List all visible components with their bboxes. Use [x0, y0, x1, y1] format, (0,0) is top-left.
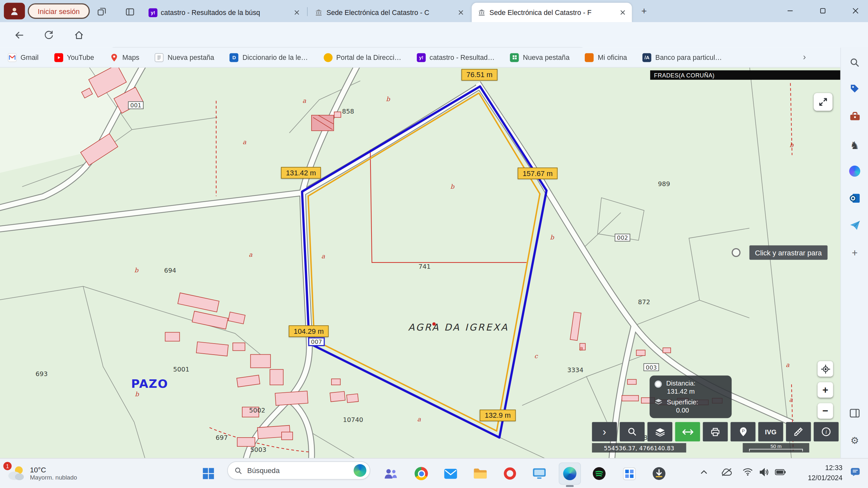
- start-button[interactable]: [197, 463, 219, 485]
- download-icon[interactable]: [648, 463, 670, 485]
- sidebar-panel-toggle-icon[interactable]: [848, 407, 862, 420]
- taskbar-search[interactable]: Búsqueda: [227, 461, 370, 480]
- measure-distance-button[interactable]: [675, 422, 700, 442]
- ivg-button[interactable]: IVG: [758, 422, 783, 442]
- parcel-number: 007: [308, 337, 325, 346]
- sidebar-settings-icon[interactable]: ⚙: [848, 434, 862, 447]
- sidebar-add-icon[interactable]: +: [848, 247, 862, 260]
- bookmark-diccionario[interactable]: D Diccionario de la le…: [230, 53, 308, 62]
- teams-icon[interactable]: [380, 463, 402, 485]
- battery-icon[interactable]: [774, 466, 786, 478]
- parcel-number: 694: [164, 266, 176, 274]
- expand-toolbar-button[interactable]: ›: [592, 422, 617, 442]
- tray-chevron-icon[interactable]: [698, 466, 710, 478]
- screenshare-icon[interactable]: [528, 463, 550, 485]
- sidebar-drop-icon[interactable]: [848, 219, 862, 232]
- spotify-icon[interactable]: [588, 463, 610, 485]
- clock-time: 12:33: [794, 463, 843, 473]
- locate-button[interactable]: [817, 361, 833, 377]
- wifi-icon[interactable]: [742, 466, 754, 478]
- zoom-out-button[interactable]: −: [817, 403, 833, 419]
- edit-measure-button[interactable]: [786, 422, 811, 442]
- minimize-button[interactable]: [777, 0, 803, 21]
- apps-grid-icon[interactable]: [618, 463, 640, 485]
- sidebar-copilot-icon[interactable]: [848, 165, 862, 178]
- tab-title: Sede Electrónica del Catastro - F: [489, 8, 614, 16]
- parcel-number: 002: [615, 234, 630, 241]
- weather-icon: 1: [5, 463, 25, 483]
- notifications-icon[interactable]: [849, 466, 861, 478]
- mail-icon[interactable]: [439, 463, 462, 485]
- taskbar-clock[interactable]: 12:33 12/01/2024: [794, 463, 843, 483]
- sidebar-search-icon[interactable]: [848, 56, 862, 69]
- drag-handle-ring[interactable]: [732, 248, 740, 257]
- new-tab-button[interactable]: +: [638, 5, 651, 18]
- info-button[interactable]: i: [814, 422, 839, 442]
- weather-badge: 1: [3, 462, 12, 470]
- sidebar-outlook-icon[interactable]: [848, 192, 862, 205]
- opera-icon[interactable]: [499, 463, 521, 485]
- zoom-in-button[interactable]: +: [817, 382, 833, 398]
- print-button[interactable]: [703, 422, 728, 442]
- bookmark-gmail[interactable]: Gmail: [8, 53, 39, 62]
- bookmark-catastro[interactable]: y! catastro - Resultad…: [417, 53, 495, 62]
- parcel-number: 3334: [567, 366, 584, 374]
- map-search-button[interactable]: [620, 422, 645, 442]
- parcel-number: 5003: [250, 446, 266, 454]
- yahoo-favicon: y!: [149, 8, 157, 17]
- layers-button[interactable]: [647, 422, 672, 442]
- person-icon: [9, 6, 20, 16]
- sidebar-shopping-icon[interactable]: [848, 82, 862, 95]
- subparcel-letter: a: [243, 139, 246, 146]
- page-icon: [155, 53, 164, 62]
- parcel-number: 693: [35, 370, 48, 378]
- sidebar-games-icon[interactable]: ♞: [848, 139, 862, 152]
- measurement-label: 131.42 m: [281, 167, 321, 178]
- tab-close-icon[interactable]: [456, 7, 466, 18]
- weather-widget[interactable]: 1 10°C Mayorm. nublado: [5, 463, 77, 483]
- edge-icon[interactable]: [559, 463, 581, 485]
- bookmark-mi-oficina[interactable]: Mi oficina: [585, 53, 627, 62]
- signin-button[interactable]: Iniciar sesión: [28, 3, 90, 19]
- subparcel-letter: b: [550, 234, 554, 241]
- volume-icon[interactable]: [757, 466, 770, 478]
- tab-2[interactable]: Sede Electrónica del Catastro - C: [309, 3, 470, 23]
- map-canvas[interactable]: PAZOAGRA DA IGREXA 001858694693500150025…: [0, 68, 840, 458]
- tab-title: Sede Electrónica del Catastro - C: [327, 8, 452, 16]
- profile-avatar[interactable]: [4, 3, 25, 20]
- bookmark-youtube[interactable]: YouTube: [54, 53, 94, 62]
- bookmarks-overflow-icon[interactable]: ›: [803, 52, 806, 62]
- sidebar-toolbox-icon[interactable]: [848, 110, 862, 123]
- tab-actions-icon[interactable]: [95, 5, 107, 18]
- refresh-icon[interactable]: [43, 29, 54, 40]
- tab-title: catastro - Resultados de la búsq: [161, 8, 288, 16]
- bookmark-nueva-pestana-2[interactable]: Nueva pestaña: [510, 53, 569, 62]
- explorer-icon[interactable]: [469, 463, 491, 485]
- bookmark-maps[interactable]: Maps: [110, 53, 140, 62]
- tray-cloud-paused-icon[interactable]: [720, 466, 733, 478]
- office-icon: [585, 53, 594, 62]
- parcel-number: 872: [638, 298, 650, 306]
- yahoo-icon: y!: [417, 53, 426, 62]
- browser-toolbar: https://www1.sedecatastro.gob.es/Cartogr…: [0, 22, 868, 47]
- tab-close-icon[interactable]: [618, 7, 628, 18]
- tab-1[interactable]: y! catastro - Resultados de la búsq: [143, 3, 306, 23]
- parcel-number: 5001: [173, 366, 189, 373]
- bookmark-portal[interactable]: Portal de la Direcci…: [323, 53, 401, 62]
- fullscreen-button[interactable]: [814, 93, 833, 110]
- back-icon[interactable]: [13, 29, 24, 40]
- bookmark-banco[interactable]: /A Banco para particul…: [643, 53, 722, 62]
- home-icon[interactable]: [73, 29, 84, 40]
- pin-button[interactable]: P: [731, 422, 756, 442]
- subparcel-letter: a: [786, 361, 789, 368]
- chrome-icon[interactable]: [410, 463, 432, 485]
- tab-3-active[interactable]: Sede Electrónica del Catastro - F: [472, 3, 632, 23]
- close-button[interactable]: [843, 0, 868, 21]
- bookmark-nueva-pestana[interactable]: Nueva pestaña: [155, 53, 214, 62]
- active-app-indicator: [566, 485, 574, 487]
- tab-close-icon[interactable]: [291, 7, 302, 18]
- distance-value: 131.42 m: [666, 388, 695, 396]
- measurement-label: 104.29 m: [289, 325, 329, 337]
- workspaces-icon[interactable]: [124, 5, 136, 18]
- maximize-button[interactable]: [810, 0, 835, 21]
